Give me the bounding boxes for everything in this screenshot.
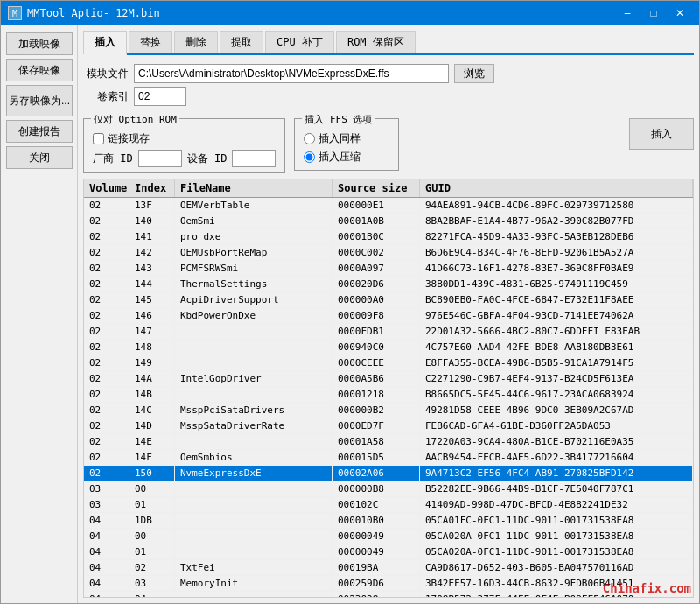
- table-row[interactable]: 02 14C MsspPciSataDrivers 000000B2 49281…: [84, 403, 693, 418]
- insert-same-label: 插入同样: [318, 131, 360, 146]
- vendor-id-label: 厂商 ID: [93, 151, 133, 166]
- insert-same-row: 插入同样: [304, 131, 389, 146]
- close-button[interactable]: ✕: [668, 4, 692, 22]
- module-file-input[interactable]: [134, 64, 449, 83]
- cell-source: 0000A5B6: [332, 371, 420, 386]
- cell-guid: 49281D58-CEEE-4B96-9DC0-3EB09A2C67AD: [420, 403, 693, 418]
- cell-volume: 02: [84, 340, 130, 355]
- table-row[interactable]: 02 141 pro_dxe 00001B0C 82271FCA-45D9-4A…: [84, 229, 693, 245]
- cell-index: 1DB: [130, 513, 175, 528]
- tab-replace[interactable]: 替换: [129, 31, 172, 53]
- cell-source: 000000B8: [332, 481, 420, 496]
- cell-source: 000000B2: [332, 403, 420, 418]
- cell-filename: MsspPciSataDrivers: [175, 403, 332, 418]
- window-title: MMTool Aptio- 12M.bin: [27, 7, 160, 19]
- id-row: 厂商 ID 设备 ID: [93, 150, 276, 167]
- table-row[interactable]: 02 143 PCMFSRWSmi 0000A097 41D66C73-16F1…: [84, 261, 693, 277]
- table-row[interactable]: 03 00 000000B8 B52282EE-9B66-44B9-B1CF-7…: [84, 481, 693, 497]
- insert-button[interactable]: 插入: [629, 118, 694, 150]
- table-row[interactable]: 04 02 TxtFei 00019BA CA9D8617-D652-403-B…: [84, 560, 693, 576]
- table-row[interactable]: 04 01 00000049 05CA020A-0FC1-11DC-9011-0…: [84, 544, 693, 560]
- cell-filename: [175, 513, 332, 528]
- cell-filename: OEMUsbPortReMap: [175, 245, 332, 260]
- cell-source: 0000CEEE: [332, 355, 420, 370]
- main-window: M MMTool Aptio- 12M.bin – □ ✕ 加载映像 保存映像 …: [0, 0, 700, 604]
- tab-delete[interactable]: 删除: [174, 31, 218, 53]
- table-row[interactable]: 04 03 MemoryInit 000259D6 3B42EF57-16D3-…: [84, 576, 693, 592]
- cell-index: 14F: [130, 450, 175, 465]
- cell-index: 00: [130, 529, 175, 544]
- table-row[interactable]: 02 142 OEMUsbPortReMap 0000C002 B6D6E9C4…: [84, 245, 693, 261]
- cell-volume: 02: [84, 277, 130, 291]
- table-row[interactable]: 02 14D MsspSataDriverRate 0000ED7F FEB6C…: [84, 418, 693, 434]
- cell-guid: 41409AD-998D-47DC-BFCD-4E882241DE32: [420, 497, 693, 512]
- tab-extract[interactable]: 提取: [220, 31, 263, 53]
- table-row[interactable]: 02 14B 00001218 B8665DC5-5E45-44C6-9617-…: [84, 387, 693, 403]
- table-row[interactable]: 04 1DB 000010B0 05CA01FC-0FC1-11DC-9011-…: [84, 513, 693, 529]
- main-content: 加载映像 保存映像 另存映像为... 创建报告 关闭 插入 替换 删除 提取 C…: [1, 25, 699, 603]
- cell-filename: [175, 497, 332, 512]
- cell-guid: 05CA020A-0FC1-11DC-9011-001731538EA8: [420, 544, 693, 559]
- close-button-left[interactable]: 关闭: [6, 146, 73, 169]
- save-image-button[interactable]: 保存映像: [6, 59, 73, 81]
- cell-guid: B6D6E9C4-B34C-4F76-8EFD-92061B5A527A: [420, 245, 693, 260]
- create-report-button[interactable]: 创建报告: [6, 120, 73, 143]
- cell-filename: [175, 355, 332, 370]
- table-row[interactable]: 02 144 ThermalSettings 000020D6 38B0DD1-…: [84, 277, 693, 292]
- table-row[interactable]: 02 140 OemSmi 00001A0B 8BA2BBAF-E1A4-4B7…: [84, 214, 693, 229]
- col-header-volume: Volume: [84, 179, 130, 197]
- table-row[interactable]: 02 14F OemSmbios 000015D5 AACB9454-FECB-…: [84, 450, 693, 466]
- table-row[interactable]: 02 13F OEMVerbTable 000000E1 94AEA891-94…: [84, 198, 693, 214]
- table-row[interactable]: 04 04 0023028 1708B572-377F-44EF-0F4E-B0…: [84, 592, 693, 597]
- cell-source: 0000A097: [332, 261, 420, 276]
- cell-guid: B52282EE-9B66-44B9-B1CF-7E5040F787C1: [420, 481, 693, 496]
- insert-compressed-radio[interactable]: [304, 151, 315, 163]
- cell-volume: 03: [84, 497, 130, 512]
- cell-filename: ThermalSettings: [175, 277, 332, 291]
- cell-filename: pro_dxe: [175, 229, 332, 244]
- tab-cpu[interactable]: CPU 补丁: [265, 31, 334, 53]
- table-row[interactable]: 02 14E 00001A58 17220A03-9CA4-480A-B1CE-…: [84, 434, 693, 450]
- volume-index-input[interactable]: [134, 87, 186, 106]
- insert-same-radio[interactable]: [304, 133, 315, 144]
- cell-index: 149: [130, 355, 175, 370]
- insert-compressed-row: 插入压缩: [304, 150, 389, 165]
- maximize-button[interactable]: □: [641, 4, 666, 22]
- table-body: 02 13F OEMVerbTable 000000E1 94AEA891-94…: [84, 198, 693, 597]
- tab-insert[interactable]: 插入: [83, 31, 127, 55]
- table-row[interactable]: 02 149 0000CEEE E8FFA355-BCEA-49B6-B5B5-…: [84, 355, 693, 371]
- app-icon: M: [8, 6, 22, 20]
- table-row[interactable]: 02 150 NvmeExpressDxE 00002A06 9A4713C2-…: [84, 466, 693, 481]
- table-row[interactable]: 02 14A IntelGopDriver 0000A5B6 C2271290-…: [84, 371, 693, 387]
- cell-guid: CA9D8617-D652-403-B605-BA047570116AD: [420, 560, 693, 575]
- load-image-button[interactable]: 加载映像: [6, 32, 73, 55]
- cell-guid: 17220A03-9CA4-480A-B1CE-B702116E0A35: [420, 434, 693, 449]
- tab-rom[interactable]: ROM 保留区: [336, 31, 416, 53]
- table-row[interactable]: 02 145 AcpiDriverSupport 000000A0 BC890E…: [84, 292, 693, 308]
- cell-index: 00: [130, 481, 175, 496]
- table-row[interactable]: 02 146 KbdPowerOnDxe 000009F8 976E546C-G…: [84, 308, 693, 324]
- browse-button[interactable]: 浏览: [454, 64, 494, 83]
- cell-guid: 976E546C-GBFA-4F04-93CD-7141EE74062A: [420, 308, 693, 323]
- cell-filename: [175, 544, 332, 559]
- table-row[interactable]: 02 148 000940C0 4C757E60-AAD4-42FE-BDE8-…: [84, 340, 693, 355]
- cell-index: 13F: [130, 198, 175, 213]
- table-row[interactable]: 03 01 000102C 41409AD-998D-47DC-BFCD-4E8…: [84, 497, 693, 513]
- cell-index: 150: [130, 466, 175, 481]
- table-row[interactable]: 02 147 0000FDB1 22D01A32-5666-4BC2-80C7-…: [84, 324, 693, 340]
- minimize-button[interactable]: –: [615, 4, 640, 22]
- col-header-filename: FileName: [175, 179, 332, 197]
- save-image-as-button[interactable]: 另存映像为...: [6, 85, 73, 116]
- title-bar: M MMTool Aptio- 12M.bin – □ ✕: [1, 1, 699, 25]
- cell-index: 147: [130, 324, 175, 339]
- device-id-input[interactable]: [232, 150, 276, 167]
- cell-volume: 02: [84, 450, 130, 465]
- left-panel: 加载映像 保存映像 另存映像为... 创建报告 关闭: [1, 25, 78, 603]
- link-existing-checkbox[interactable]: [93, 133, 104, 144]
- vendor-id-input[interactable]: [138, 150, 182, 167]
- cell-volume: 04: [84, 529, 130, 544]
- cell-source: 000940C0: [332, 340, 420, 355]
- table-row[interactable]: 04 00 00000049 05CA020A-0FC1-11DC-9011-0…: [84, 529, 693, 544]
- cell-filename: [175, 529, 332, 544]
- cell-filename: [175, 324, 332, 339]
